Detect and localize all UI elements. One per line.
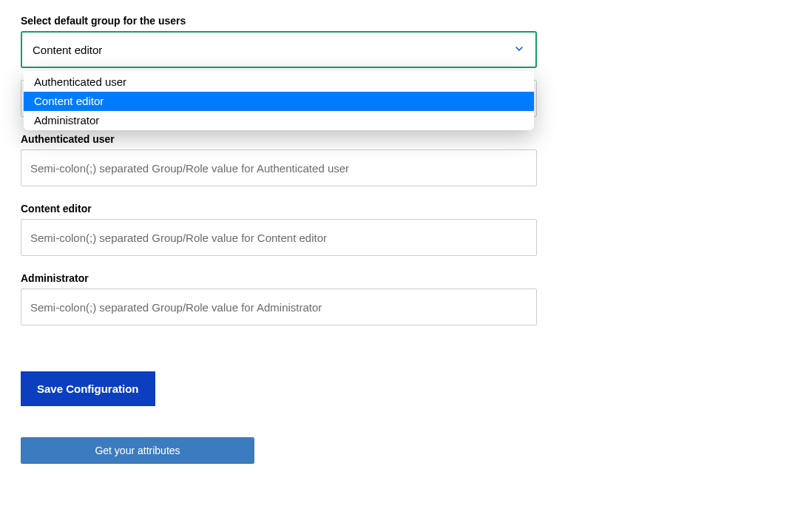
- content-editor-label: Content editor: [21, 203, 537, 215]
- form-container: Select default group for the users Conte…: [21, 15, 537, 464]
- content-editor-field: Content editor: [21, 203, 537, 256]
- default-group-selected-value: Content editor: [33, 44, 102, 56]
- default-group-field: Select default group for the users Conte…: [21, 15, 537, 68]
- default-group-select[interactable]: Content editor: [21, 31, 537, 68]
- save-configuration-button[interactable]: Save Configuration: [21, 371, 155, 406]
- administrator-label: Administrator: [21, 272, 537, 284]
- administrator-field: Administrator: [21, 272, 537, 325]
- default-group-label: Select default group for the users: [21, 15, 537, 27]
- administrator-input[interactable]: [21, 289, 537, 325]
- dropdown-option-authenticated[interactable]: Authenticated user: [24, 72, 534, 92]
- default-group-select-wrapper: Content editor Authenticated user Conten…: [21, 31, 537, 68]
- authenticated-user-label: Authenticated user: [21, 133, 537, 145]
- dropdown-option-content-editor[interactable]: Content editor: [24, 92, 534, 111]
- authenticated-user-input[interactable]: [21, 149, 537, 186]
- get-attributes-button[interactable]: Get your attributes: [21, 437, 254, 464]
- chevron-down-icon: [513, 43, 525, 57]
- content-editor-input[interactable]: [21, 219, 537, 256]
- default-group-dropdown: Authenticated user Content editor Admini…: [24, 71, 534, 130]
- dropdown-option-administrator[interactable]: Administrator: [24, 111, 534, 130]
- authenticated-user-field: Authenticated user: [21, 133, 537, 186]
